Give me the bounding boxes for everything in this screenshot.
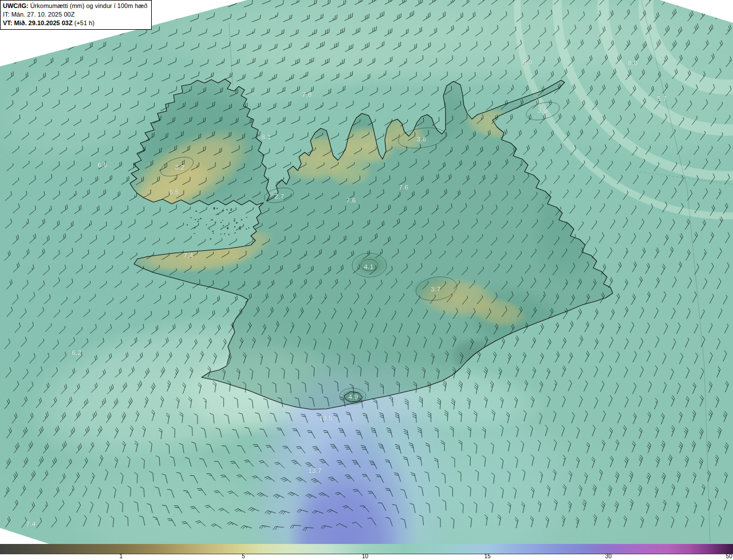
weather-map-page: 7.88.08.05.73.98.13.66.63.27.66.52.77.67… (0, 0, 733, 560)
colorbar-tick: 50 (726, 553, 732, 559)
colorbar-tick-labels: 1510153050 (0, 554, 733, 560)
model-title-box: UWC/IG: Úrkomumætti (mm) og vindur í 100… (0, 0, 152, 30)
colorbar-tick: 5 (242, 553, 245, 559)
precip-wind-field-canvas (0, 0, 733, 544)
colorbar-tick: 10 (362, 553, 368, 559)
colorbar: 1510153050 (0, 544, 733, 560)
title-line-product: UWC/IG: Úrkomumætti (mm) og vindur í 100… (3, 2, 147, 10)
colorbar-tick: 15 (484, 553, 491, 559)
colorbar-tick: 1 (119, 553, 123, 559)
title-line-valid: VT: Mið. 29.10.2025 03Z (+51 h) (3, 19, 147, 27)
title-line-init: IT: Mán. 27. 10. 2025 00Z (3, 10, 147, 19)
product-name: Úrkomumætti (mm) og vindur í 100m hæð (29, 2, 148, 9)
colorbar-tick: 30 (605, 553, 612, 559)
forecast-lead: (+51 h) (73, 19, 94, 26)
model-name: UWC/IG: (3, 2, 29, 9)
valid-time: VT: Mið. 29.10.2025 03Z (3, 19, 73, 26)
